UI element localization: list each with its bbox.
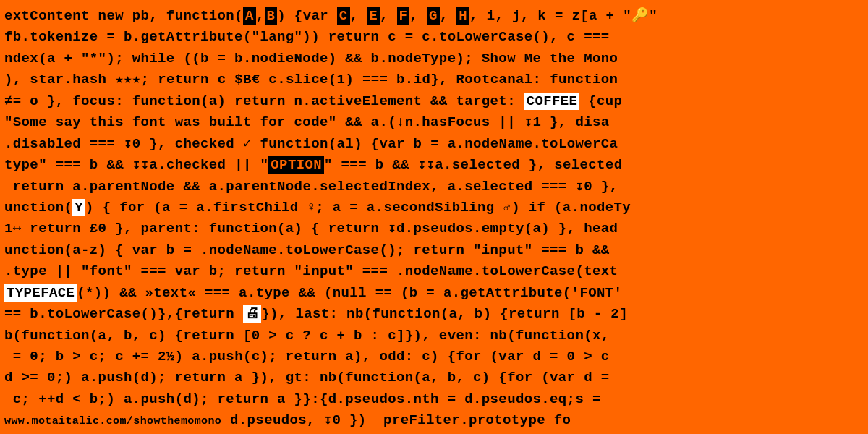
code-display: extContent new pb, function(A,B) {var C,…: [0, 0, 868, 434]
